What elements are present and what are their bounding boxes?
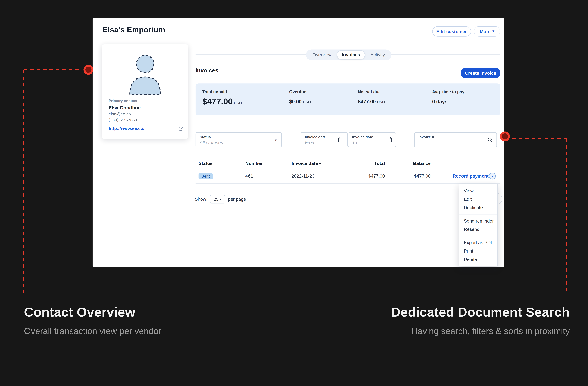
contact-name: Elsa Goodhue [109, 105, 141, 111]
calendar-icon[interactable] [338, 137, 344, 144]
menu-item-export-pdf[interactable]: Export as PDF [459, 238, 497, 247]
menu-group: View Edit Duplicate [459, 184, 497, 214]
tab-invoices[interactable]: Invoices [337, 50, 365, 60]
summary-label: Overdue [289, 89, 311, 94]
invoice-number-label: Invoice # [419, 135, 493, 139]
screenshot-stage: Elsa's Emporium Edit customer More ▾ Pri… [0, 0, 588, 386]
sort-caret-icon: ▾ [319, 162, 321, 166]
summary-label: Total unpaid [202, 89, 242, 94]
invoice-summary-panel: Total unpaid $477.00USD Overdue $0.00USD… [195, 83, 500, 115]
record-payment-link[interactable]: Record payment [453, 173, 489, 179]
annotation-marker-left [84, 65, 93, 75]
row-actions-menu: View Edit Duplicate Send reminder Resend… [459, 184, 498, 266]
edit-customer-label: Edit customer [436, 29, 467, 34]
page-size-select[interactable]: 25 ▾ [210, 195, 225, 203]
status-filter-value: All statuses [200, 140, 277, 145]
summary-not-yet-due: Not yet due $477.00USD [358, 89, 385, 104]
menu-item-edit[interactable]: Edit [459, 195, 497, 203]
external-link-icon[interactable] [179, 126, 183, 133]
annotation-line-right-horizontal [512, 138, 567, 139]
invoice-date-from-input[interactable]: Invoice date From [301, 132, 348, 147]
date-to-placeholder: To [352, 140, 392, 145]
summary-value: $477.00USD [358, 99, 385, 104]
column-total[interactable]: Total [374, 161, 385, 166]
menu-group: Export as PDF Print Delete [459, 236, 497, 266]
annotation-line-left-vertical [23, 70, 24, 293]
balance-cell: $477.00 [414, 173, 431, 179]
contact-card: Primary contact Elsa Goodhue elsa@ee.co … [102, 44, 188, 139]
date-to-label: Invoice date [352, 135, 392, 139]
date-from-label: Invoice date [305, 135, 343, 139]
more-button[interactable]: More ▾ [474, 26, 500, 37]
column-status[interactable]: Status [199, 161, 212, 166]
avatar [102, 53, 188, 95]
summary-label: Not yet due [358, 89, 385, 94]
caption-left-subtitle: Overall transaction view per vendor [24, 326, 161, 336]
avatar-placeholder-icon [126, 53, 164, 95]
summary-overdue: Overdue $0.00USD [289, 89, 311, 104]
column-balance[interactable]: Balance [413, 161, 431, 166]
tab-activity[interactable]: Activity [366, 51, 390, 59]
total-cell: $477.00 [368, 173, 385, 179]
pagination-controls: Show: 25 ▾ per page [195, 195, 246, 203]
primary-contact-label: Primary contact [109, 99, 137, 103]
chevron-down-icon: ▾ [275, 138, 277, 142]
status-filter-label: Status [200, 135, 277, 139]
chevron-down-icon: ▾ [220, 198, 222, 201]
summary-label: Avg. time to pay [432, 89, 464, 94]
column-number[interactable]: Number [245, 161, 263, 166]
menu-item-duplicate[interactable]: Duplicate [459, 203, 497, 212]
search-icon[interactable] [487, 137, 493, 144]
summary-value: $477.00USD [202, 97, 242, 107]
per-page-label: per page [228, 197, 246, 202]
caption-right-subtitle: Having search, filters & sorts in proxim… [391, 326, 570, 336]
create-invoice-button[interactable]: Create invoice [461, 68, 500, 79]
show-label: Show: [195, 197, 208, 202]
invoice-table-header: Status Number Invoice date ▾ Total Balan… [195, 158, 500, 169]
menu-item-print[interactable]: Print [459, 247, 497, 255]
summary-total-unpaid: Total unpaid $477.00USD [202, 89, 242, 107]
more-label: More [480, 29, 491, 34]
table-row[interactable]: Sent 461 2022-11-23 $477.00 $477.00 Reco… [195, 169, 500, 183]
summary-value: $0.00USD [289, 99, 311, 104]
contact-email: elsa@ee.co [109, 112, 131, 116]
edit-customer-button[interactable]: Edit customer [432, 26, 471, 37]
contact-phone: (239) 555-7654 [109, 118, 137, 122]
tab-group: Overview Invoices Activity [306, 49, 391, 60]
menu-item-view[interactable]: View [459, 187, 497, 195]
calendar-icon[interactable] [386, 137, 392, 144]
invoice-number-search-input[interactable]: Invoice # [414, 132, 497, 147]
date-from-placeholder: From [305, 140, 343, 145]
chevron-down-icon: ▾ [493, 30, 494, 33]
menu-item-resend[interactable]: Resend [459, 225, 497, 233]
invoice-app-window: Elsa's Emporium Edit customer More ▾ Pri… [93, 18, 504, 267]
annotation-line-left-horizontal [24, 69, 82, 70]
summary-value: 0 days [432, 99, 464, 104]
contact-website-link[interactable]: http://www.ee.co/ [109, 126, 145, 131]
annotation-marker-right [500, 131, 510, 141]
page-size-value: 25 [214, 197, 218, 202]
invoice-date-cell: 2022-11-23 [292, 173, 315, 179]
status-badge: Sent [199, 173, 213, 179]
invoice-date-to-input[interactable]: Invoice date To [348, 132, 396, 147]
invoice-number-cell: 461 [245, 173, 253, 179]
tab-overview[interactable]: Overview [308, 51, 336, 59]
menu-item-send-reminder[interactable]: Send reminder [459, 217, 497, 225]
section-title: Invoices [195, 67, 218, 74]
annotation-line-right-vertical [566, 139, 567, 293]
row-actions-dropdown-button[interactable]: ▾ [489, 173, 496, 179]
caption-left: Contact Overview Overall transaction vie… [24, 305, 161, 336]
status-filter-select[interactable]: Status All statuses ▾ [195, 132, 282, 147]
caption-right-title: Dedicated Document Search [391, 305, 570, 320]
chevron-down-icon: ▾ [492, 174, 493, 178]
customer-name-title: Elsa's Emporium [103, 25, 165, 34]
caption-left-title: Contact Overview [24, 305, 161, 320]
menu-item-delete[interactable]: Delete [459, 255, 497, 264]
menu-group: Send reminder Resend [459, 214, 497, 236]
column-invoice-date[interactable]: Invoice date ▾ [292, 161, 321, 166]
caption-right: Dedicated Document Search Having search,… [391, 305, 570, 336]
summary-avg-time-to-pay: Avg. time to pay 0 days [432, 89, 464, 104]
